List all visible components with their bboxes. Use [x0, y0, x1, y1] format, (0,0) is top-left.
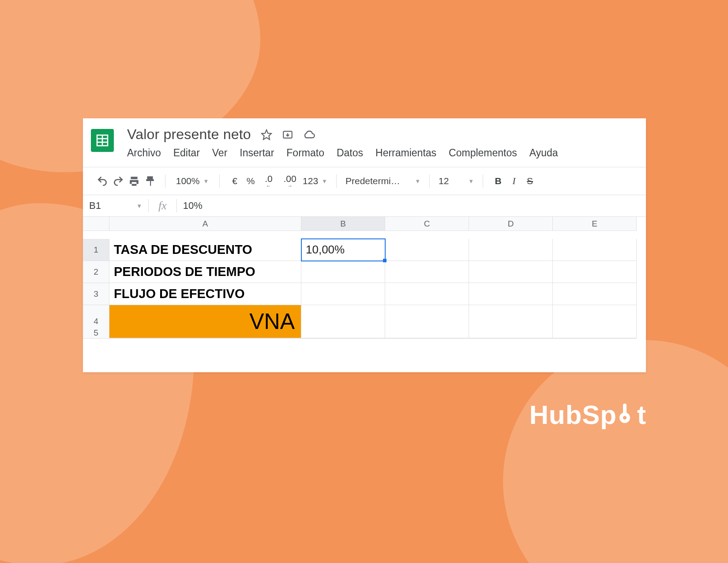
row-header-1[interactable]: 1: [83, 239, 109, 261]
row-header-3[interactable]: 3: [83, 283, 109, 305]
percent-button[interactable]: %: [243, 173, 259, 189]
menu-archivo[interactable]: Archivo: [127, 147, 161, 159]
star-icon[interactable]: [261, 129, 272, 140]
column-header-a[interactable]: A: [109, 217, 301, 231]
menu-formato[interactable]: Formato: [286, 147, 324, 159]
menu-datos[interactable]: Datos: [337, 147, 363, 159]
cell-d2[interactable]: [469, 261, 553, 283]
menu-insertar[interactable]: Insertar: [240, 147, 274, 159]
paint-format-button[interactable]: [142, 173, 158, 189]
column-header-e[interactable]: E: [553, 217, 637, 231]
cell-a3[interactable]: FLUJO DE EFECTIVO: [109, 283, 301, 305]
menu-complementos[interactable]: Complementos: [449, 147, 517, 159]
strikethrough-button[interactable]: S: [522, 173, 538, 189]
column-header-b[interactable]: B: [301, 217, 385, 231]
cell-a1[interactable]: TASA DE DESCUENTO: [109, 239, 301, 261]
menu-bar: Archivo Editar Ver Insertar Formato Dato…: [127, 143, 558, 159]
svg-marker-4: [262, 130, 271, 140]
menu-ayuda[interactable]: Ayuda: [529, 147, 558, 159]
print-button[interactable]: [126, 173, 142, 189]
italic-button[interactable]: I: [506, 173, 522, 189]
menu-ver[interactable]: Ver: [212, 147, 228, 159]
cell-b2[interactable]: [301, 261, 385, 283]
formula-input[interactable]: 10%: [177, 200, 203, 212]
document-title[interactable]: Valor presente neto: [127, 126, 251, 143]
move-icon[interactable]: [282, 129, 293, 140]
cloud-status-icon[interactable]: [303, 128, 315, 141]
decrease-decimal-button[interactable]: .0←: [259, 173, 279, 189]
cell-a5[interactable]: [109, 327, 301, 339]
font-dropdown[interactable]: Predetermi…▼: [344, 173, 422, 189]
cell-d5[interactable]: [469, 327, 553, 339]
column-header-c[interactable]: C: [385, 217, 469, 231]
cell-e3[interactable]: [553, 283, 637, 305]
cell-b5[interactable]: [301, 327, 385, 339]
cell-d3[interactable]: [469, 283, 553, 305]
row-header-5[interactable]: 5: [83, 327, 109, 339]
fx-icon: fx: [149, 199, 176, 212]
cell-c3[interactable]: [385, 283, 469, 305]
undo-button[interactable]: [94, 173, 110, 189]
title-bar: Valor presente neto Archivo Editar Ver: [83, 118, 646, 159]
cell-b3[interactable]: [301, 283, 385, 305]
row-header-2[interactable]: 2: [83, 261, 109, 283]
cell-c5[interactable]: [385, 327, 469, 339]
cell-b1-selected[interactable]: 10,00%: [301, 239, 385, 261]
font-size-dropdown[interactable]: 12▼: [437, 173, 476, 189]
number-format-dropdown[interactable]: 123▼: [301, 173, 329, 189]
cell-e1[interactable]: [553, 239, 637, 261]
sprocket-icon: [614, 404, 635, 426]
increase-decimal-button[interactable]: .00→: [279, 173, 301, 189]
spreadsheet-grid[interactable]: A B C D E 1 TASA DE DESCUENTO 10,00% 2 P…: [83, 217, 646, 349]
zoom-dropdown[interactable]: 100%▼: [173, 173, 212, 189]
currency-button[interactable]: €: [227, 173, 243, 189]
menu-editar[interactable]: Editar: [173, 147, 200, 159]
menu-herramientas[interactable]: Herramientas: [375, 147, 436, 159]
formula-bar: B1▼ fx 10%: [83, 195, 646, 217]
column-header-d[interactable]: D: [469, 217, 553, 231]
hubspot-logo: HubSpt: [529, 400, 646, 430]
name-box[interactable]: B1▼: [83, 200, 148, 212]
cell-e5[interactable]: [553, 327, 637, 339]
cell-c1[interactable]: [385, 239, 469, 261]
decorative-blob: [503, 340, 728, 563]
redo-button[interactable]: [110, 173, 126, 189]
cell-e2[interactable]: [553, 261, 637, 283]
cell-d1[interactable]: [469, 239, 553, 261]
sheets-logo-icon[interactable]: [91, 129, 114, 152]
bold-button[interactable]: B: [490, 173, 506, 189]
selection-handle[interactable]: [383, 259, 387, 262]
toolbar: 100%▼ € % .0← .00→ 123▼ Predetermi…▼ 12▼: [83, 167, 646, 195]
select-all-corner[interactable]: [83, 217, 109, 231]
spreadsheet-window: Valor presente neto Archivo Editar Ver: [83, 118, 646, 372]
page-background: Valor presente neto Archivo Editar Ver: [0, 0, 728, 563]
cell-c2[interactable]: [385, 261, 469, 283]
cell-a2[interactable]: PERIODOS DE TIEMPO: [109, 261, 301, 283]
